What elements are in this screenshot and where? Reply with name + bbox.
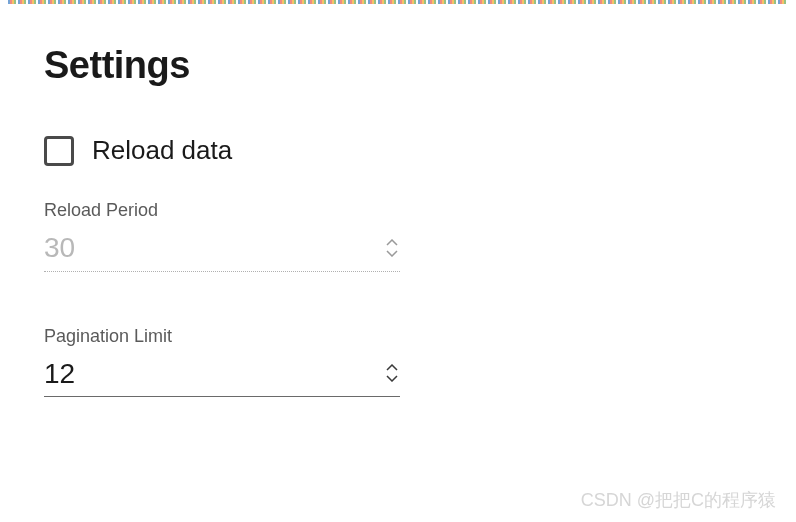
reload-period-field: Reload Period 30 xyxy=(44,200,400,272)
watermark: CSDN @把把C的程序猿 xyxy=(581,488,776,512)
reload-data-label[interactable]: Reload data xyxy=(92,135,232,166)
pagination-limit-spinner[interactable] xyxy=(384,362,400,384)
chevron-down-icon xyxy=(386,249,398,257)
pagination-limit-field: Pagination Limit 12 xyxy=(44,326,400,398)
chevron-up-icon xyxy=(386,364,398,372)
pagination-limit-value: 12 xyxy=(44,357,75,391)
decorative-top-border xyxy=(8,0,788,4)
reload-data-checkbox[interactable] xyxy=(44,136,74,166)
reload-period-value: 30 xyxy=(44,231,75,265)
pagination-limit-input[interactable]: 12 xyxy=(44,357,400,398)
reload-period-input[interactable]: 30 xyxy=(44,231,400,272)
reload-period-spinner[interactable] xyxy=(384,237,400,259)
page-title: Settings xyxy=(44,44,756,87)
reload-period-label: Reload Period xyxy=(44,200,400,221)
chevron-up-icon xyxy=(386,239,398,247)
pagination-limit-label: Pagination Limit xyxy=(44,326,400,347)
settings-panel: Settings Reload data Reload Period 30 Pa… xyxy=(0,4,796,522)
chevron-down-icon xyxy=(386,374,398,382)
reload-data-row: Reload data xyxy=(44,135,756,166)
